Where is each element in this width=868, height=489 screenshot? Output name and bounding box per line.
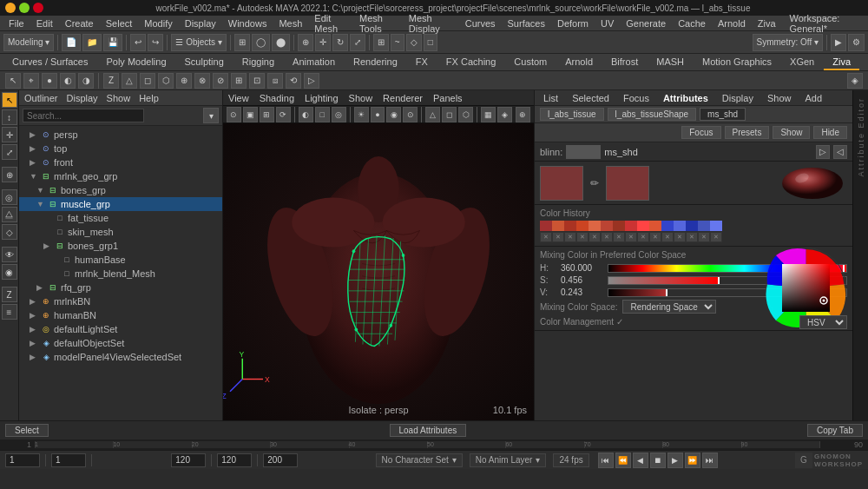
save-btn[interactable]: 💾 xyxy=(103,34,122,51)
menu-cache[interactable]: Cache xyxy=(673,17,711,30)
hswatch-0[interactable] xyxy=(540,221,552,231)
copy-tab-btn[interactable]: Copy Tab xyxy=(807,424,863,437)
outliner-search-input[interactable] xyxy=(23,109,144,122)
tab-custom[interactable]: Custom xyxy=(505,55,556,70)
stop-btn[interactable]: ⏹ xyxy=(650,453,666,468)
scale-btn[interactable]: ⤢ xyxy=(350,34,365,51)
tool-scale-left[interactable]: ⤢ xyxy=(2,144,17,160)
tool-arrow[interactable]: ↖ xyxy=(2,92,17,108)
right-tab-focus[interactable]: Focus xyxy=(620,92,653,104)
select-mode-btn[interactable]: ⊞ xyxy=(234,34,250,51)
tool-last[interactable]: ◈ xyxy=(847,73,863,89)
x-swatch-4[interactable]: ✕ xyxy=(589,232,601,242)
x-swatch-9[interactable]: ✕ xyxy=(649,232,661,242)
tab-poly-modeling[interactable]: Poly Modeling xyxy=(97,55,174,70)
menu-file[interactable]: File xyxy=(3,17,30,30)
tool-show-hide[interactable]: 👁 xyxy=(2,247,17,262)
tool-ziva3[interactable]: ◻ xyxy=(140,73,155,89)
tool-ziva2[interactable]: △ xyxy=(122,73,137,89)
undo-btn[interactable]: ↩ xyxy=(130,34,146,51)
outliner-item-defaultlightset[interactable]: ▶ ◎ defaultLightSet xyxy=(19,322,222,336)
window-controls[interactable] xyxy=(5,3,43,13)
snap-point-btn[interactable]: ◇ xyxy=(406,34,422,51)
tool-snap[interactable]: ◇ xyxy=(2,224,17,240)
vp-right-icon[interactable]: ⊕ xyxy=(516,107,530,122)
outliner-item-skin-mesh[interactable]: □ skin_mesh xyxy=(19,225,222,239)
vp-menu-panels[interactable]: Panels xyxy=(433,93,463,103)
menu-deform[interactable]: Deform xyxy=(552,17,594,30)
menu-surfaces[interactable]: Surfaces xyxy=(503,17,550,30)
right-tab-display[interactable]: Display xyxy=(719,92,757,104)
vp-extra-btn[interactable]: ◈ xyxy=(497,107,512,122)
x-swatch-13[interactable]: ✕ xyxy=(698,232,710,242)
hswatch-11[interactable] xyxy=(674,221,686,231)
tool-isolate[interactable]: ◉ xyxy=(2,264,17,280)
jump-start-btn[interactable]: ⏮ xyxy=(598,453,614,468)
anim-layer-selector[interactable]: No Anim Layer ▾ xyxy=(470,453,547,467)
hswatch-8[interactable] xyxy=(637,221,649,231)
x-swatch-1[interactable]: ✕ xyxy=(552,232,564,242)
tool-sym[interactable]: ⧋ xyxy=(2,207,17,222)
tab-animation[interactable]: Animation xyxy=(284,55,344,70)
color-mode-select[interactable]: HSV xyxy=(799,315,847,329)
tool-ziva1[interactable]: Z xyxy=(103,73,119,89)
tab-fx-caching[interactable]: FX Caching xyxy=(437,55,504,70)
timeline-track[interactable]: 1 10 20 30 40 50 60 70 80 90 xyxy=(35,441,819,448)
menu-curves[interactable]: Curves xyxy=(460,17,501,30)
menu-edit[interactable]: Edit xyxy=(31,17,58,30)
tool-move[interactable]: ✛ xyxy=(2,127,17,142)
outliner-item-bones-grp1[interactable]: ▶ ⊟ bones_grp1 xyxy=(19,239,222,253)
menu-edit-mesh[interactable]: Edit Mesh xyxy=(309,12,352,35)
x-swatch-6[interactable]: ✕ xyxy=(613,232,625,242)
hswatch-12[interactable] xyxy=(686,221,698,231)
right-tab-list[interactable]: List xyxy=(540,92,562,104)
hswatch-3[interactable] xyxy=(576,221,589,231)
tool-options[interactable]: ≡ xyxy=(2,304,17,320)
paint-btn[interactable]: ⬤ xyxy=(272,34,290,51)
tab-bifrost[interactable]: Bifrost xyxy=(602,55,647,70)
tab-motion-graphics[interactable]: Motion Graphics xyxy=(694,55,780,70)
x-swatch-14[interactable]: ✕ xyxy=(710,232,722,242)
settings-btn[interactable]: ⚙ xyxy=(848,34,865,51)
tool-select[interactable]: ↖ xyxy=(5,73,21,89)
hswatch-9[interactable] xyxy=(649,221,661,231)
timeline-start-field[interactable] xyxy=(5,453,40,467)
tab-ziva[interactable]: Ziva xyxy=(824,55,859,70)
blinn-expand-btn[interactable]: ◁ xyxy=(833,145,847,159)
vp-dof-btn[interactable]: ⊙ xyxy=(403,107,418,122)
outliner-item-humanbn[interactable]: ▶ ⊕ humanBN xyxy=(19,308,222,322)
close-btn[interactable] xyxy=(33,3,43,13)
val-value[interactable]: 0.243 xyxy=(561,287,604,297)
menu-modify[interactable]: Modify xyxy=(139,17,177,30)
hswatch-14[interactable] xyxy=(710,221,722,231)
tab-curves-surfaces[interactable]: Curves / Surfaces xyxy=(3,55,96,70)
translate-btn[interactable]: ✛ xyxy=(315,34,331,51)
transform-btn[interactable]: ⊕ xyxy=(298,34,313,51)
tool-smooth[interactable]: ◑ xyxy=(78,73,94,89)
tool-ziva-left[interactable]: Z xyxy=(2,287,17,302)
menu-mesh-display[interactable]: Mesh Display xyxy=(404,12,458,35)
outliner-item-mrlnkbn[interactable]: ▶ ⊕ mrlnkBN xyxy=(19,294,222,308)
x-swatch-3[interactable]: ✕ xyxy=(576,232,589,242)
menu-ziva[interactable]: Ziva xyxy=(753,17,781,30)
vp-menu-renderer[interactable]: Renderer xyxy=(383,93,423,103)
menu-windows[interactable]: Windows xyxy=(223,17,273,30)
outliner-item-front[interactable]: ▶ ⊙ front xyxy=(19,155,222,169)
x-swatch-2[interactable]: ✕ xyxy=(564,232,576,242)
new-scene-btn[interactable]: 📄 xyxy=(62,34,81,51)
snap-grid-btn[interactable]: ⊞ xyxy=(373,34,389,51)
tool-universal[interactable]: ⊕ xyxy=(2,167,17,182)
menu-mesh[interactable]: Mesh xyxy=(273,17,307,30)
right-tab-attributes[interactable]: Attributes xyxy=(660,92,712,104)
open-btn[interactable]: 📁 xyxy=(82,34,102,51)
tool-lasso[interactable]: ⌖ xyxy=(23,73,39,89)
tool-paint[interactable]: ● xyxy=(42,73,57,89)
vp-light-btn[interactable]: ☀ xyxy=(354,107,369,122)
timeline[interactable]: 1 1 10 20 30 40 50 60 70 80 90 90 xyxy=(0,439,868,450)
focus-btn[interactable]: Focus xyxy=(681,126,720,139)
outliner-item-fat-tissue[interactable]: □ fat_tissue xyxy=(19,211,222,225)
modeling-dropdown[interactable]: Modeling ▾ xyxy=(3,34,54,51)
play-back-btn[interactable]: ◀ xyxy=(633,453,648,468)
outliner-show-menu[interactable]: Show xyxy=(107,93,131,103)
timeline-end-field[interactable] xyxy=(263,453,298,467)
